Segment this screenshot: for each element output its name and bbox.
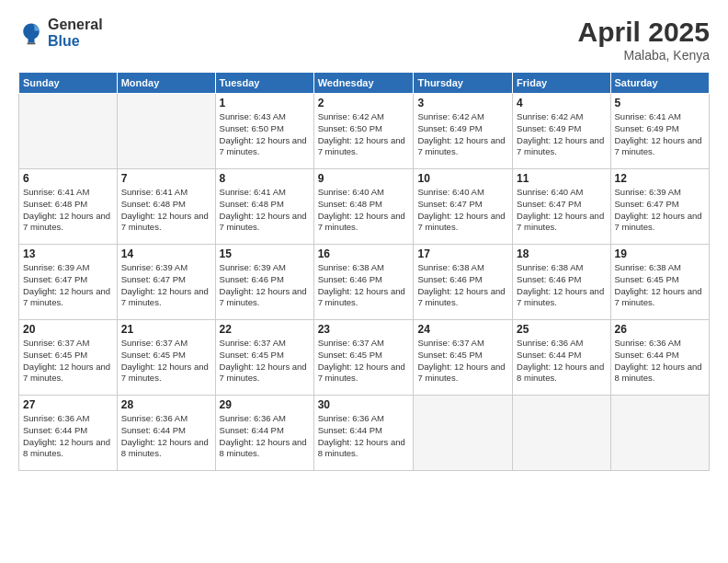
day-number: 4 (517, 97, 606, 109)
day-number: 29 (220, 398, 310, 411)
calendar-cell: 15Sunrise: 6:39 AM Sunset: 6:46 PM Dayli… (215, 245, 313, 320)
calendar-cell: 14Sunrise: 6:39 AM Sunset: 6:47 PM Dayli… (117, 245, 215, 320)
day-info: Sunrise: 6:37 AM Sunset: 6:45 PM Dayligh… (23, 338, 113, 385)
month-title: April 2025 (578, 17, 710, 48)
day-info: Sunrise: 6:38 AM Sunset: 6:45 PM Dayligh… (615, 262, 705, 309)
logo-icon (18, 20, 44, 46)
day-info: Sunrise: 6:37 AM Sunset: 6:45 PM Dayligh… (417, 338, 508, 385)
calendar-week-row: 20Sunrise: 6:37 AM Sunset: 6:45 PM Dayli… (19, 320, 710, 396)
day-number: 7 (121, 172, 211, 185)
day-info: Sunrise: 6:36 AM Sunset: 6:44 PM Dayligh… (615, 338, 705, 385)
svg-rect-0 (28, 43, 36, 45)
day-number: 28 (121, 398, 211, 411)
day-info: Sunrise: 6:39 AM Sunset: 6:47 PM Dayligh… (121, 262, 211, 309)
calendar-week-row: 13Sunrise: 6:39 AM Sunset: 6:47 PM Dayli… (19, 245, 710, 320)
day-info: Sunrise: 6:41 AM Sunset: 6:48 PM Dayligh… (23, 187, 113, 234)
day-info: Sunrise: 6:37 AM Sunset: 6:45 PM Dayligh… (318, 338, 410, 385)
calendar-cell: 17Sunrise: 6:38 AM Sunset: 6:46 PM Dayli… (414, 245, 513, 320)
calendar-header-tuesday: Tuesday (215, 73, 313, 94)
calendar-cell: 30Sunrise: 6:36 AM Sunset: 6:44 PM Dayli… (313, 396, 414, 471)
day-number: 16 (318, 247, 410, 260)
logo-text: General Blue (48, 17, 103, 50)
day-info: Sunrise: 6:40 AM Sunset: 6:47 PM Dayligh… (517, 187, 606, 234)
day-number: 17 (417, 247, 508, 260)
day-info: Sunrise: 6:42 AM Sunset: 6:50 PM Dayligh… (318, 111, 410, 158)
day-info: Sunrise: 6:43 AM Sunset: 6:50 PM Dayligh… (220, 111, 310, 158)
calendar-cell: 16Sunrise: 6:38 AM Sunset: 6:46 PM Dayli… (313, 245, 414, 320)
day-info: Sunrise: 6:39 AM Sunset: 6:47 PM Dayligh… (615, 187, 705, 234)
day-number: 3 (417, 97, 508, 109)
logo-general: General (48, 17, 103, 32)
location: Malaba, Kenya (578, 48, 710, 63)
calendar-cell: 26Sunrise: 6:36 AM Sunset: 6:44 PM Dayli… (610, 320, 709, 396)
day-info: Sunrise: 6:37 AM Sunset: 6:45 PM Dayligh… (121, 338, 211, 385)
calendar-cell (117, 94, 215, 169)
header: General Blue April 2025 Malaba, Kenya (18, 17, 710, 63)
calendar-cell: 3Sunrise: 6:42 AM Sunset: 6:49 PM Daylig… (414, 94, 513, 169)
calendar-header-friday: Friday (513, 73, 610, 94)
day-info: Sunrise: 6:38 AM Sunset: 6:46 PM Dayligh… (417, 262, 508, 309)
calendar-cell: 24Sunrise: 6:37 AM Sunset: 6:45 PM Dayli… (414, 320, 513, 396)
logo: General Blue (18, 17, 103, 50)
calendar-header-thursday: Thursday (414, 73, 513, 94)
day-info: Sunrise: 6:36 AM Sunset: 6:44 PM Dayligh… (517, 338, 606, 385)
day-info: Sunrise: 6:40 AM Sunset: 6:48 PM Dayligh… (318, 187, 410, 234)
day-number: 11 (517, 172, 606, 185)
calendar-cell: 11Sunrise: 6:40 AM Sunset: 6:47 PM Dayli… (513, 169, 610, 245)
day-number: 27 (23, 398, 113, 411)
day-number: 23 (318, 323, 410, 336)
calendar-cell: 29Sunrise: 6:36 AM Sunset: 6:44 PM Dayli… (215, 396, 313, 471)
calendar-cell: 6Sunrise: 6:41 AM Sunset: 6:48 PM Daylig… (19, 169, 118, 245)
day-number: 19 (615, 247, 705, 260)
day-number: 2 (318, 97, 410, 109)
day-number: 5 (615, 97, 705, 109)
calendar-header-saturday: Saturday (610, 73, 709, 94)
day-info: Sunrise: 6:41 AM Sunset: 6:48 PM Dayligh… (220, 187, 310, 234)
day-info: Sunrise: 6:36 AM Sunset: 6:44 PM Dayligh… (318, 413, 410, 460)
calendar-week-row: 27Sunrise: 6:36 AM Sunset: 6:44 PM Dayli… (19, 396, 710, 471)
day-number: 12 (615, 172, 705, 185)
calendar-week-row: 1Sunrise: 6:43 AM Sunset: 6:50 PM Daylig… (19, 94, 710, 169)
day-number: 18 (517, 247, 606, 260)
calendar-cell: 23Sunrise: 6:37 AM Sunset: 6:45 PM Dayli… (313, 320, 414, 396)
day-info: Sunrise: 6:37 AM Sunset: 6:45 PM Dayligh… (220, 338, 310, 385)
day-number: 1 (220, 97, 310, 109)
calendar-cell: 19Sunrise: 6:38 AM Sunset: 6:45 PM Dayli… (610, 245, 709, 320)
calendar-cell: 7Sunrise: 6:41 AM Sunset: 6:48 PM Daylig… (117, 169, 215, 245)
day-info: Sunrise: 6:40 AM Sunset: 6:47 PM Dayligh… (417, 187, 508, 234)
calendar-week-row: 6Sunrise: 6:41 AM Sunset: 6:48 PM Daylig… (19, 169, 710, 245)
day-info: Sunrise: 6:38 AM Sunset: 6:46 PM Dayligh… (318, 262, 410, 309)
day-number: 26 (615, 323, 705, 336)
calendar-header-row: SundayMondayTuesdayWednesdayThursdayFrid… (19, 73, 710, 94)
calendar-cell: 2Sunrise: 6:42 AM Sunset: 6:50 PM Daylig… (313, 94, 414, 169)
calendar-header-sunday: Sunday (19, 73, 118, 94)
day-info: Sunrise: 6:41 AM Sunset: 6:49 PM Dayligh… (615, 111, 705, 158)
day-number: 20 (23, 323, 113, 336)
day-info: Sunrise: 6:39 AM Sunset: 6:46 PM Dayligh… (220, 262, 310, 309)
day-info: Sunrise: 6:36 AM Sunset: 6:44 PM Dayligh… (121, 413, 211, 460)
day-number: 14 (121, 247, 211, 260)
day-number: 25 (517, 323, 606, 336)
calendar-cell: 5Sunrise: 6:41 AM Sunset: 6:49 PM Daylig… (610, 94, 709, 169)
title-block: April 2025 Malaba, Kenya (578, 17, 710, 63)
calendar-cell: 22Sunrise: 6:37 AM Sunset: 6:45 PM Dayli… (215, 320, 313, 396)
calendar-cell: 1Sunrise: 6:43 AM Sunset: 6:50 PM Daylig… (215, 94, 313, 169)
calendar-table: SundayMondayTuesdayWednesdayThursdayFrid… (18, 72, 710, 471)
day-number: 30 (318, 398, 410, 411)
calendar-cell: 13Sunrise: 6:39 AM Sunset: 6:47 PM Dayli… (19, 245, 118, 320)
day-number: 6 (23, 172, 113, 185)
calendar-cell (414, 396, 513, 471)
page: General Blue April 2025 Malaba, Kenya Su… (0, 0, 728, 563)
day-info: Sunrise: 6:36 AM Sunset: 6:44 PM Dayligh… (220, 413, 310, 460)
day-number: 13 (23, 247, 113, 260)
calendar-cell (513, 396, 610, 471)
calendar-cell: 18Sunrise: 6:38 AM Sunset: 6:46 PM Dayli… (513, 245, 610, 320)
calendar-cell: 27Sunrise: 6:36 AM Sunset: 6:44 PM Dayli… (19, 396, 118, 471)
calendar-header-monday: Monday (117, 73, 215, 94)
calendar-cell: 21Sunrise: 6:37 AM Sunset: 6:45 PM Dayli… (117, 320, 215, 396)
day-number: 22 (220, 323, 310, 336)
calendar-cell: 28Sunrise: 6:36 AM Sunset: 6:44 PM Dayli… (117, 396, 215, 471)
day-info: Sunrise: 6:41 AM Sunset: 6:48 PM Dayligh… (121, 187, 211, 234)
day-info: Sunrise: 6:42 AM Sunset: 6:49 PM Dayligh… (517, 111, 606, 158)
day-number: 9 (318, 172, 410, 185)
